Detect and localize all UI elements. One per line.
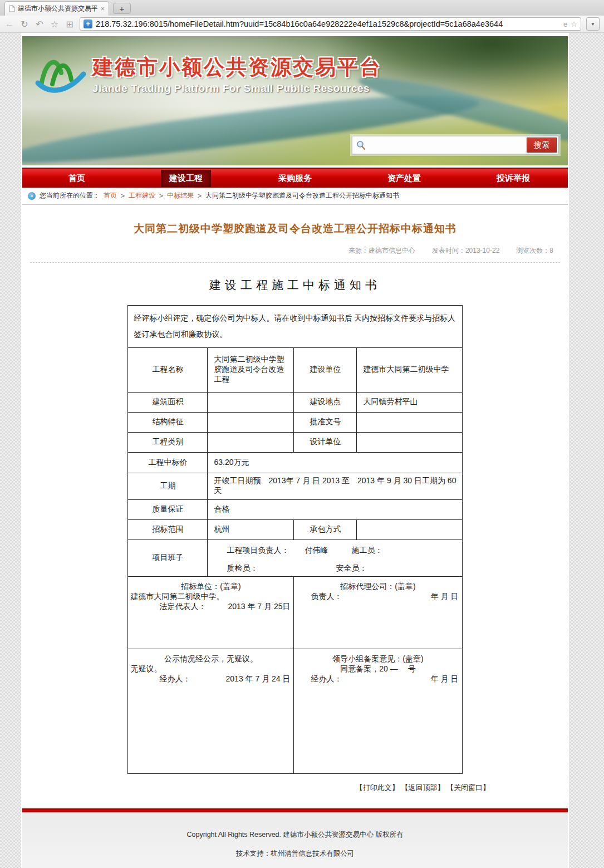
compat-mode-icon[interactable]: e [563,20,567,28]
field-label: 工程类别 [128,432,208,452]
team-line-1: 工程项目负责人： 付伟峰 施工员： [212,546,457,556]
close-window-link[interactable]: 【关闭窗口】 [446,783,490,792]
field-label: 招标范围 [128,519,208,540]
sign-left-footer-label: 法定代表人： [159,602,206,612]
publicity-left-body: 无疑议。 [128,664,293,674]
field-label: 工期 [128,473,208,499]
publicity-right-body: 同意备案，20 — 号 [294,664,461,674]
browser-tab[interactable]: 建德市小额公共资源交易平 × [4,1,109,16]
article-meta: 来源：建德市信息中心 发表时间：2013-10-22 浏览次数：8 [29,246,561,256]
breadcrumb-current: 大同第二初级中学塑胶跑道及司令台改造工程公开招标中标通知书 [205,191,399,200]
field-label: 批准文号 [294,412,357,432]
site-banner: 建德市小额公共资源交易平台 Jiande Trading Platform Fo… [22,36,568,165]
publicity-left-cell: 公示情况经公示，无疑议。 无疑议。 经办人： 2013 年 7 月 24 日 [128,649,294,773]
search-icon [356,140,366,150]
breadcrumb-link-results[interactable]: 中标结果 [167,191,194,200]
url-input[interactable] [96,19,560,28]
url-dropdown-button[interactable]: ▼ [586,17,600,31]
back-icon[interactable]: ← [4,19,14,29]
apps-grid-icon[interactable]: ⊞ [65,19,75,30]
field-value [357,519,462,540]
nav-item-construction[interactable]: 建设工程 [131,169,240,188]
search-button[interactable]: 搜索 [527,138,557,153]
footer-copyright: Copyright All Rights Reserved. 建德市小额公共资源… [22,830,568,840]
site-logo: 建德市小额公共资源交易平台 Jiande Trading Platform Fo… [33,48,382,100]
field-value: 杭州 [208,519,294,540]
url-bar[interactable]: + e ☆ [80,17,581,31]
undo-icon[interactable]: ↶ [35,19,45,30]
breadcrumb-link-projects[interactable]: 工程建设 [129,191,155,200]
meta-publish-time: 发表时间：2013-10-22 [432,246,499,256]
field-label: 建筑面积 [128,392,208,412]
shield-icon: + [84,19,92,28]
field-value [357,432,462,452]
main-nav: 首页 建设工程 采购服务 资产处置 投诉举报 [22,168,568,188]
sign-right-title: 招标代理公司：(盖章) [294,577,461,592]
publicity-left-footer-date: 2013 年 7 月 24 日 [226,674,291,684]
search-bar: 搜索 [352,136,559,154]
publicity-right-footer-label: 经办人： [311,674,342,684]
sign-left-title: 招标单位：(盖章) [128,577,293,592]
field-value: 大同第二初级中学塑胶跑道及司令台改造工程 [208,347,294,392]
article-actions: 【打印此文】 【返回顶部】 【关闭窗口】 [29,783,561,793]
meta-source: 来源：建德市信息中心 [348,246,415,256]
browser-tab-strip: 建德市小额公共资源交易平 × + [0,0,604,16]
field-value [208,412,294,432]
bookmark-star-icon[interactable]: ☆ [571,20,577,28]
sign-left-cell: 招标单位：(盖章) 建德市大同第二初级中学。 法定代表人： 2013 年 7 月… [128,576,294,649]
page-icon [9,5,15,12]
breadcrumb: » 您当前所在的位置： 首页 > 工程建设 > 中标结果 > 大同第二初级中学塑… [22,188,568,205]
breadcrumb-link-home[interactable]: 首页 [104,191,117,200]
tab-title: 建德市小额公共资源交易平 [18,4,97,13]
field-label: 结构特征 [128,412,208,432]
site-title: 建德市小额公共资源交易平台 [92,53,382,81]
search-input[interactable] [369,136,523,154]
nav-item-home[interactable]: 首页 [22,169,131,188]
sign-right-footer-date: 年 月 日 [431,592,459,602]
site-subtitle: Jiande Trading Platform For Small Public… [92,82,382,95]
sign-left-body: 建德市大同第二初级中学。 [128,592,293,602]
field-label: 承包方式 [294,519,357,540]
team-line-2: 质检员： 安全员： [212,563,457,573]
breadcrumb-arrow-icon: » [28,192,36,200]
mountain-logo-icon [33,48,87,100]
field-label: 设计单位 [294,432,357,452]
sign-right-cell: 招标代理公司：(盖章) 负责人： 年 月 日 [294,576,462,649]
sign-right-footer-label: 负责人： [311,592,342,602]
field-value: 大同镇劳村平山 [357,392,462,412]
divider [30,262,560,263]
field-label: 建设单位 [294,347,357,392]
article: 大同第二初级中学塑胶跑道及司令台改造工程公开招标中标通知书 来源：建德市信息中心… [22,205,568,801]
browser-toolbar: ← ↻ ↶ ☆ ⊞ + e ☆ ▼ [0,16,604,33]
field-value [208,392,294,412]
nav-item-complaints[interactable]: 投诉举报 [459,169,568,188]
footer-divider-bar [22,808,568,812]
back-to-top-link[interactable]: 【返回顶部】 [401,783,444,792]
publicity-left-footer-label: 经办人： [159,674,190,684]
nav-item-assets[interactable]: 资产处置 [350,169,459,188]
meta-view-count: 浏览次数：8 [516,246,553,256]
field-value [357,412,462,432]
publicity-left-title: 公示情况经公示，无疑议。 [128,649,293,664]
site-logo-text: 建德市小额公共资源交易平台 Jiande Trading Platform Fo… [92,53,382,95]
star-icon[interactable]: ☆ [50,19,60,30]
footer-support: 技术支持：杭州清普信息技术有限公司 [22,849,568,859]
field-value: 合格 [208,499,462,519]
field-value: 建德市大同第二初级中学 [357,347,462,392]
field-label: 工程名称 [128,347,208,392]
intro-text: 经评标小组评定，确定你公司为中标人。请在收到中标通知书后 天内按招标文件要求与招… [128,306,462,348]
page-title: 大同第二初级中学塑胶跑道及司令台改造工程公开招标中标通知书 [29,222,561,236]
field-label: 工程中标价 [128,452,208,473]
chevron-down-icon: ▼ [591,22,595,27]
print-link[interactable]: 【打印此文】 [356,783,399,792]
team-cell: 工程项目负责人： 付伟峰 施工员： 质检员： 安全员： [208,540,462,576]
nav-item-procurement[interactable]: 采购服务 [240,169,350,188]
publicity-right-footer-date: 年 月 日 [431,674,459,684]
footer: Copyright All Rights Reserved. 建德市小额公共资源… [22,812,568,868]
sign-left-footer-date: 2013 年 7 月 25日 [228,602,290,612]
refresh-icon[interactable]: ↻ [19,19,30,30]
field-label: 建设地点 [294,392,357,412]
notice-table: 经评标小组评定，确定你公司为中标人。请在收到中标通知书后 天内按招标文件要求与招… [127,305,462,774]
close-icon[interactable]: × [100,4,105,13]
new-tab-button[interactable]: + [113,3,131,14]
